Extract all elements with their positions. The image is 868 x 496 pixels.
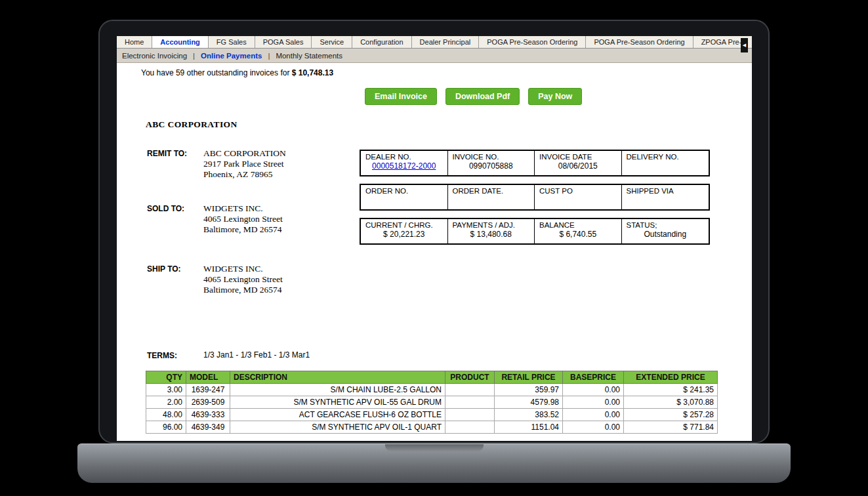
cell-description: S/M CHAIN LUBE-2.5 GALLON (230, 384, 445, 396)
balance-value: $ 6,740.55 (539, 230, 617, 239)
tab-configuration[interactable]: Configuration (352, 36, 411, 48)
subnav-separator: | (268, 52, 270, 60)
cell-qty: 96.00 (146, 421, 186, 434)
cust-po-label: CUST PO (539, 187, 617, 195)
subnav-monthly-statements[interactable]: Monthly Statements (276, 52, 342, 60)
payments-adj-label: PAYMENTS / ADJ. (453, 221, 530, 229)
balance-label: BALANCE (539, 221, 617, 229)
cell-qty: 3.00 (146, 384, 186, 396)
cell-model: 4639-333 (186, 409, 230, 421)
cell-baseprice: 0.00 (563, 396, 624, 409)
terms-value: 1/3 Jan1 - 1/3 Feb1 - 1/3 Mar1 (203, 350, 310, 360)
col-header-retail-price: RETAIL PRICE (495, 371, 563, 384)
subnav: Electronic Invoicing | Online Payments |… (117, 49, 752, 63)
col-header-extended-price: EXTENDED PRICE (624, 371, 718, 384)
tab-dealer-principal[interactable]: Dealer Principal (412, 36, 480, 48)
tab-poga-preseason-1[interactable]: POGA Pre-Season Ordering (479, 36, 586, 48)
tab-service[interactable]: Service (312, 36, 352, 48)
remit-to-label: REMIT TO: (147, 148, 203, 180)
dealer-number-link[interactable]: 0000518172-2000 (372, 161, 436, 171)
tab-home[interactable]: Home (117, 36, 152, 48)
cell-product (445, 409, 495, 421)
invoice-no-cell: INVOICE NO. 0990705888 (448, 151, 535, 175)
ship-to-block: SHIP TO: WIDGETS INC. 4065 Lexington Str… (147, 264, 283, 295)
cell-extended-price: $ 241.35 (624, 384, 718, 396)
col-header-baseprice: BASEPRICE (563, 371, 624, 384)
col-header-description: DESCRIPTION (230, 371, 445, 384)
download-pdf-button[interactable]: Download Pdf (445, 88, 520, 105)
payments-adj-cell: PAYMENTS / ADJ. $ 13,480.68 (448, 219, 535, 243)
cust-po-cell: CUST PO (535, 185, 622, 209)
cell-extended-price: $ 771.84 (624, 421, 718, 434)
remit-to-address: ABC CORPORATION 2917 Park Place Street P… (203, 148, 286, 180)
col-header-product: PRODUCT (445, 371, 495, 384)
outstanding-summary: You have 59 other outstanding invoices f… (141, 68, 752, 77)
delivery-no-cell: DELIVERY NO. (622, 151, 709, 175)
table-row: 48.00 4639-333 ACT GEARCASE FLUSH-6 OZ B… (146, 409, 718, 421)
tab-accounting[interactable]: Accounting (152, 36, 209, 48)
dealer-no-label: DEALER NO. (365, 153, 443, 161)
cell-description: S/M SYNTHETIC APV OIL-1 QUART (230, 421, 445, 434)
payments-adj-value: $ 13,480.68 (453, 230, 530, 239)
current-charge-label: CURRENT / CHRG. (365, 221, 443, 229)
table-header-row: QTY MODEL DESCRIPTION PRODUCT RETAIL PRI… (146, 371, 718, 384)
subnav-electronic-invoicing[interactable]: Electronic Invoicing (122, 52, 187, 60)
subnav-separator: | (193, 52, 195, 60)
address-line: WIDGETS INC. (203, 203, 283, 214)
shipped-via-label: SHIPPED VIA (627, 187, 705, 195)
cell-baseprice: 0.00 (563, 409, 624, 421)
address-line: Baltimore, MD 26574 (203, 224, 283, 235)
terms-row: TERMS: 1/3 Jan1 - 1/3 Feb1 - 1/3 Mar1 (147, 350, 752, 360)
col-header-model: MODEL (186, 371, 230, 384)
pay-now-button[interactable]: Pay Now (528, 88, 582, 105)
company-name-heading: ABC CORPORATION (146, 119, 752, 130)
table-row: 3.00 1639-247 S/M CHAIN LUBE-2.5 GALLON … (146, 384, 718, 396)
invoice-date-value: 08/06/2015 (539, 161, 617, 171)
action-buttons: Email Invoice Download Pdf Pay Now (365, 88, 752, 105)
ship-to-label: SHIP TO: (147, 264, 203, 295)
invoice-header-region: REMIT TO: ABC CORPORATION 2917 Park Plac… (117, 148, 752, 345)
laptop-base (77, 444, 791, 483)
table-row: 96.00 4639-349 S/M SYNTHETIC APV OIL-1 Q… (146, 421, 718, 434)
order-no-cell: ORDER NO. (361, 185, 448, 209)
cell-model: 2639-509 (186, 396, 230, 409)
delivery-no-label: DELIVERY NO. (627, 153, 705, 161)
cell-baseprice: 0.00 (563, 421, 624, 434)
sold-to-label: SOLD TO: (147, 203, 203, 235)
col-header-qty: QTY (146, 371, 186, 384)
status-badge: Outstanding (627, 230, 705, 239)
address-line: Phoenix, AZ 78965 (203, 169, 286, 180)
sold-to-block: SOLD TO: WIDGETS INC. 4065 Lexington Str… (147, 203, 283, 235)
laptop-base-notch (385, 444, 484, 451)
cell-extended-price: $ 257.28 (624, 409, 718, 421)
ship-to-address: WIDGETS INC. 4065 Lexington Street Balti… (203, 264, 283, 295)
outstanding-summary-text: You have 59 other outstanding invoices f… (141, 68, 292, 77)
address-line: 4065 Lexington Street (203, 274, 283, 285)
invoice-info-boxes: DEALER NO. 0000518172-2000 INVOICE NO. 0… (360, 150, 710, 245)
status-label: STATUS; (627, 221, 705, 229)
cell-retail-price: 359.97 (495, 384, 563, 396)
email-invoice-button[interactable]: Email Invoice (365, 88, 437, 105)
dealer-no-cell: DEALER NO. 0000518172-2000 (361, 151, 448, 175)
main-tabbar: Home Accounting FG Sales POGA Sales Serv… (117, 36, 752, 49)
cell-product (445, 396, 495, 409)
status-cell: STATUS; Outstanding (622, 219, 709, 243)
address-line: 2917 Park Place Street (203, 159, 286, 169)
tab-poga-sales[interactable]: POGA Sales (255, 36, 312, 48)
invoice-no-label: INVOICE NO. (453, 153, 530, 161)
order-no-label: ORDER NO. (365, 187, 443, 195)
stage: Home Accounting FG Sales POGA Sales Serv… (0, 0, 868, 496)
cell-product (445, 384, 495, 396)
cell-retail-price: 4579.98 (495, 396, 563, 409)
sold-to-address: WIDGETS INC. 4065 Lexington Street Balti… (203, 203, 283, 235)
table-row: 2.00 2639-509 S/M SYNTHETIC APV OIL-55 G… (146, 396, 718, 409)
cell-description: ACT GEARCASE FLUSH-6 OZ BOTTLE (230, 409, 445, 421)
tab-scroll-left-icon[interactable]: ◀ (741, 38, 748, 52)
invoice-ids-box: DEALER NO. 0000518172-2000 INVOICE NO. 0… (360, 150, 710, 176)
address-line: Baltimore, MD 26574 (203, 285, 283, 295)
cell-description: S/M SYNTHETIC APV OIL-55 GAL DRUM (230, 396, 445, 409)
tab-poga-preseason-2[interactable]: POGA Pre-Season Ordering (586, 36, 693, 48)
subnav-online-payments[interactable]: Online Payments (201, 52, 262, 60)
invoice-date-label: INVOICE DATE (539, 153, 617, 161)
tab-fg-sales[interactable]: FG Sales (209, 36, 255, 48)
